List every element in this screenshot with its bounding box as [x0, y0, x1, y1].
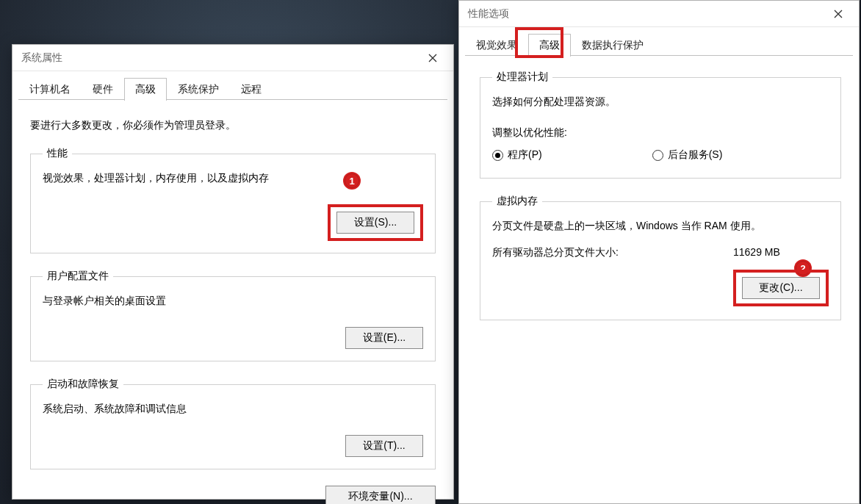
group-startup-recovery-desc: 系统启动、系统故障和调试信息 [43, 403, 423, 416]
tabs: 视觉效果 高级 数据执行保护 [459, 27, 859, 56]
system-properties-window: 1 系统属性 计算机名 硬件 高级 系统保护 远程 要进行大多数更改，你必须作为… [12, 44, 454, 500]
vm-total-value: 11629 MB [733, 246, 829, 259]
tab-system-protection[interactable]: 系统保护 [167, 78, 230, 101]
group-startup-recovery: 启动和故障恢复 系统启动、系统故障和调试信息 设置(T)... [30, 378, 436, 469]
group-processor-scheduling-desc: 选择如何分配处理器资源。 [492, 96, 829, 109]
tab-hardware[interactable]: 硬件 [82, 78, 124, 101]
group-startup-recovery-legend: 启动和故障恢复 [43, 378, 123, 391]
admin-instruction: 要进行大多数更改，你必须作为管理员登录。 [30, 119, 436, 132]
tabs: 计算机名 硬件 高级 系统保护 远程 [12, 71, 453, 100]
close-icon[interactable] [824, 4, 853, 24]
group-user-profiles-desc: 与登录帐户相关的桌面设置 [43, 295, 423, 308]
radio-programs-label: 程序(P) [508, 148, 542, 162]
radio-programs[interactable]: 程序(P) [492, 148, 542, 162]
performance-options-window: 2 性能选项 视觉效果 高级 数据执行保护 处理器计划 选择如何分配处理器资源。… [458, 0, 860, 504]
radio-background-services-label: 后台服务(S) [668, 148, 723, 162]
group-processor-scheduling: 处理器计划 选择如何分配处理器资源。 调整以优化性能: 程序(P) 后台服务(S… [480, 71, 841, 179]
radio-background-services[interactable]: 后台服务(S) [652, 148, 723, 162]
tab-advanced[interactable]: 高级 [528, 34, 571, 57]
group-virtual-memory-desc: 分页文件是硬盘上的一块区域，Windows 当作 RAM 使用。 [492, 220, 829, 233]
group-performance-desc: 视觉效果，处理器计划，内存使用，以及虚拟内存 [43, 172, 423, 185]
vm-change-button[interactable]: 更改(C)... [742, 277, 820, 299]
group-performance: 性能 视觉效果，处理器计划，内存使用，以及虚拟内存 设置(S)... [30, 147, 436, 253]
titlebar[interactable]: 性能选项 [459, 1, 859, 27]
group-user-profiles: 用户配置文件 与登录帐户相关的桌面设置 设置(E)... [30, 270, 436, 361]
group-virtual-memory-legend: 虚拟内存 [492, 195, 542, 208]
group-performance-legend: 性能 [43, 147, 72, 160]
titlebar[interactable]: 系统属性 [12, 45, 453, 71]
user-profiles-settings-button[interactable]: 设置(E)... [345, 327, 423, 349]
tab-visual-effects[interactable]: 视觉效果 [465, 34, 528, 57]
radio-empty-icon [652, 150, 663, 161]
highlight-settings-button: 设置(S)... [328, 204, 423, 241]
tab-advanced[interactable]: 高级 [124, 78, 167, 101]
close-icon[interactable] [418, 48, 447, 68]
tab-computer-name[interactable]: 计算机名 [18, 78, 82, 101]
group-virtual-memory: 虚拟内存 分页文件是硬盘上的一块区域，Windows 当作 RAM 使用。 所有… [480, 195, 841, 320]
environment-variables-button[interactable]: 环境变量(N)... [325, 486, 436, 504]
group-user-profiles-legend: 用户配置文件 [43, 270, 113, 283]
tab-dep[interactable]: 数据执行保护 [571, 34, 655, 57]
highlight-change-button: 更改(C)... [733, 270, 829, 306]
radio-dot-icon [492, 150, 503, 161]
window-title: 系统属性 [21, 51, 62, 65]
group-processor-scheduling-legend: 处理器计划 [492, 71, 552, 84]
performance-settings-button[interactable]: 设置(S)... [336, 212, 414, 234]
vm-total-label: 所有驱动器总分页文件大小: [492, 246, 619, 259]
startup-settings-button[interactable]: 设置(T)... [345, 435, 423, 457]
adjust-label: 调整以优化性能: [492, 126, 829, 140]
tab-remote[interactable]: 远程 [230, 78, 273, 101]
window-title: 性能选项 [468, 7, 509, 21]
